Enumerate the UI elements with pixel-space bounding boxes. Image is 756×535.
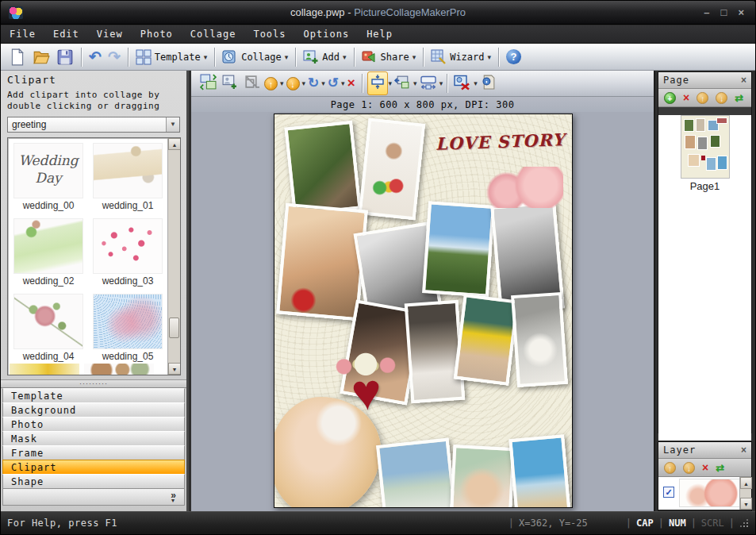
send-backward-button[interactable]: ↓ bbox=[285, 75, 301, 92]
page1-label[interactable]: Page1 bbox=[658, 180, 751, 192]
collage-photo-smiling-bride[interactable] bbox=[448, 445, 516, 508]
open-button[interactable] bbox=[29, 46, 53, 68]
rotate-cw-dropdown-icon[interactable]: ▾ bbox=[321, 79, 325, 87]
collage-photo-yellow-beach-man[interactable] bbox=[454, 294, 520, 386]
new-button[interactable] bbox=[6, 46, 29, 68]
align-button[interactable] bbox=[367, 71, 388, 95]
collage-photo-couple-sky[interactable] bbox=[422, 201, 495, 298]
canvas-viewport[interactable]: ♥ LOVE STORY bbox=[191, 112, 654, 511]
collage-photo-couple-rose[interactable] bbox=[276, 203, 368, 321]
accordion-photo[interactable]: Photo bbox=[2, 417, 185, 432]
menu-help[interactable]: Help bbox=[358, 26, 401, 42]
collage-photo-beach-kiss[interactable] bbox=[376, 438, 459, 508]
close-button[interactable]: × bbox=[738, 6, 744, 19]
combo-dropdown-icon[interactable]: ▼ bbox=[166, 117, 179, 132]
clipart-thumb-partial[interactable] bbox=[10, 364, 79, 375]
accordion-more-button[interactable]: » ▾ bbox=[2, 488, 185, 506]
clipart-scrollbar[interactable]: ▲ ▼ bbox=[167, 138, 180, 375]
save-button[interactable] bbox=[53, 46, 77, 68]
preview-remove-button[interactable] bbox=[452, 72, 473, 95]
collage-page[interactable]: ♥ LOVE STORY bbox=[274, 114, 573, 508]
clipart-item[interactable]: wedding_04 bbox=[10, 291, 87, 364]
bring-forward-button[interactable]: ↑ bbox=[263, 75, 279, 92]
accordion-shape[interactable]: Shape bbox=[2, 474, 185, 489]
clipart-item[interactable]: wedding_01 bbox=[89, 140, 167, 214]
rotate-cw-button[interactable]: ↻ bbox=[306, 75, 320, 92]
forward-dropdown-icon[interactable]: ▾ bbox=[280, 79, 284, 87]
layer-scroll-up-icon[interactable]: ▲ bbox=[740, 477, 752, 489]
accordion-mask[interactable]: Mask bbox=[2, 431, 185, 446]
page1-thumbnail[interactable] bbox=[681, 115, 730, 179]
layer-panel-close-icon[interactable]: × bbox=[741, 445, 751, 456]
clipart-thumb-wedding-02[interactable] bbox=[13, 218, 83, 274]
delete-page-button[interactable]: × bbox=[683, 92, 689, 104]
collage-photo-blonde-bride[interactable] bbox=[274, 397, 381, 508]
crop-button[interactable] bbox=[241, 72, 261, 95]
clipart-item[interactable]: wedding_03 bbox=[89, 215, 167, 289]
layer-thumbnail[interactable] bbox=[679, 479, 741, 507]
menu-photo[interactable]: Photo bbox=[132, 26, 182, 42]
menu-file[interactable]: File bbox=[1, 26, 44, 42]
align-dropdown-icon[interactable]: ▾ bbox=[389, 79, 393, 87]
delete-layer-button[interactable]: × bbox=[702, 462, 708, 474]
clipart-thumb-partial[interactable] bbox=[84, 364, 154, 375]
menu-options[interactable]: Options bbox=[295, 26, 359, 42]
clipart-thumb-wedding-03[interactable] bbox=[93, 218, 163, 274]
arrange-button[interactable] bbox=[393, 72, 413, 95]
clipart-thumb-wedding-00[interactable]: WeddingDay bbox=[13, 143, 83, 198]
page-down-button[interactable]: ↓ bbox=[716, 92, 727, 104]
arrange-dropdown-icon[interactable]: ▾ bbox=[413, 79, 417, 87]
add-page-button[interactable]: + bbox=[664, 92, 676, 104]
clipart-thumb-wedding-04[interactable] bbox=[13, 294, 83, 349]
add-photo-button[interactable] bbox=[220, 72, 240, 95]
layer-down-button[interactable]: ↓ bbox=[683, 462, 695, 474]
resize-button[interactable] bbox=[418, 72, 439, 95]
minimize-button[interactable]: – bbox=[704, 6, 709, 19]
accordion-frame[interactable]: Frame bbox=[2, 445, 185, 460]
wizard-button[interactable]: Wizard ▾ bbox=[428, 47, 494, 67]
collage-photo-kissing-couple[interactable] bbox=[284, 121, 361, 216]
help-button[interactable]: ? bbox=[503, 47, 524, 67]
menu-collage[interactable]: Collage bbox=[182, 26, 245, 42]
layer-item[interactable]: ✓ bbox=[662, 479, 737, 507]
rotate-ccw-dropdown-icon[interactable]: ▾ bbox=[341, 79, 345, 87]
share-button[interactable]: Share ▾ bbox=[359, 47, 420, 67]
refresh-pages-button[interactable]: ⇄ bbox=[735, 92, 743, 104]
accordion-background[interactable]: Background bbox=[2, 402, 185, 418]
accordion-template[interactable]: Template bbox=[2, 388, 185, 403]
refresh-layers-button[interactable]: ⇄ bbox=[716, 462, 724, 474]
layer-scroll-down-icon[interactable]: ▼ bbox=[740, 498, 752, 510]
menu-view[interactable]: View bbox=[88, 26, 132, 42]
resize-grip[interactable] bbox=[739, 518, 749, 528]
collage-title-text[interactable]: LOVE STORY bbox=[436, 129, 567, 154]
page-panel-close-icon[interactable]: × bbox=[741, 75, 751, 86]
properties-button[interactable] bbox=[478, 72, 498, 95]
clipart-category-select[interactable]: greeting ▼ bbox=[7, 117, 180, 133]
add-button[interactable]: Add ▾ bbox=[300, 47, 349, 67]
collage-button[interactable]: Collage ▾ bbox=[219, 47, 291, 67]
collage-photo-beach-walk[interactable] bbox=[508, 434, 571, 508]
layer-scrollbar[interactable]: ▲ ▼ bbox=[739, 477, 751, 510]
backward-dropdown-icon[interactable]: ▾ bbox=[302, 79, 306, 87]
preview-dropdown-icon[interactable]: ▾ bbox=[474, 79, 478, 87]
layer-visibility-checkbox[interactable]: ✓ bbox=[663, 487, 674, 498]
rose-clipart[interactable] bbox=[482, 167, 563, 208]
clipart-thumb-wedding-01[interactable] bbox=[93, 143, 163, 198]
scroll-down-icon[interactable]: ▼ bbox=[168, 363, 181, 375]
clipart-thumb-wedding-05[interactable] bbox=[93, 294, 163, 349]
redo-button[interactable]: ↷ bbox=[105, 45, 124, 68]
rotate-ccw-button[interactable]: ↺ bbox=[326, 75, 340, 92]
clipart-item selected[interactable]: wedding_05 bbox=[89, 291, 167, 364]
undo-button[interactable]: ↶ bbox=[86, 45, 105, 68]
delete-button[interactable]: × bbox=[346, 75, 357, 92]
clipart-item[interactable]: WeddingDay wedding_00 bbox=[10, 140, 87, 214]
resize-dropdown-icon[interactable]: ▾ bbox=[439, 79, 443, 87]
collage-photo-shopping-couple[interactable] bbox=[359, 118, 425, 221]
panel-splitter[interactable]: ········· bbox=[1, 379, 186, 388]
template-button[interactable]: Template ▾ bbox=[132, 47, 210, 67]
accordion-clipart[interactable]: Clipart bbox=[2, 460, 185, 475]
swap-photo-button[interactable] bbox=[198, 72, 218, 95]
clipart-item[interactable]: wedding_02 bbox=[10, 215, 87, 289]
scrollbar-thumb[interactable] bbox=[169, 318, 179, 338]
page-up-button[interactable]: ↑ bbox=[697, 92, 708, 104]
